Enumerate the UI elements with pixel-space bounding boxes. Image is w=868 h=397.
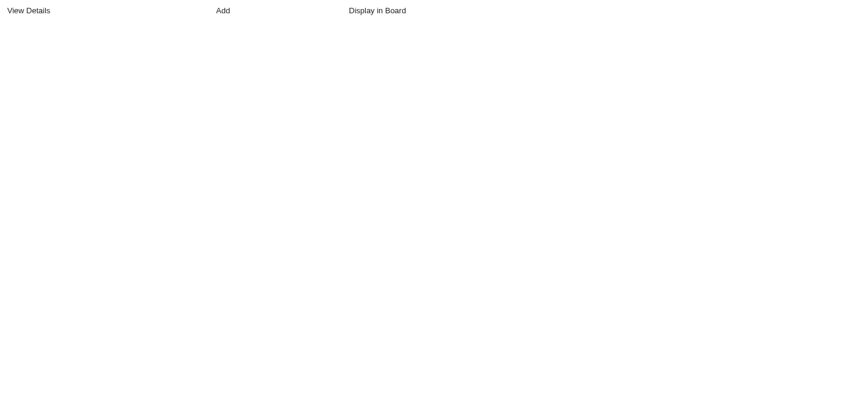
callout-view-details-label: View Details	[7, 6, 50, 15]
callout-display-in-board-label: Display in Board	[349, 6, 406, 15]
callout-add-label: Add	[216, 6, 230, 15]
